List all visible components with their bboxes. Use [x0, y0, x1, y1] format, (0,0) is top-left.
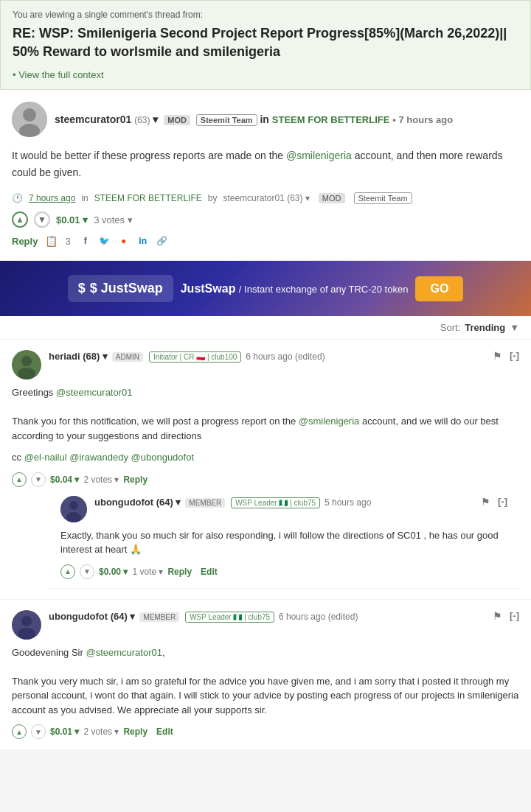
heriadi-votes: 2 votes ▾: [83, 475, 119, 485]
reddit-icon[interactable]: ●: [117, 234, 131, 248]
facebook-icon[interactable]: f: [78, 234, 93, 248]
meta-mod-badge: MOD: [319, 193, 345, 203]
svg-point-7: [69, 501, 78, 510]
community-link[interactable]: STEEM FOR BETTERLIFE: [272, 114, 390, 125]
nested-vote-row-1: ▲ ▼ $0.00 ▾ 1 vote ▾ Reply Edit: [60, 564, 507, 579]
nested-body-1: Exactly, thank you so much sir for also …: [60, 528, 507, 557]
svg-point-5: [18, 368, 35, 379]
action-row: Reply 📋 3 f 🐦 ● in 🔗: [12, 234, 519, 248]
upvote-button[interactable]: ▲: [12, 211, 28, 228]
twitter-icon[interactable]: 🐦: [97, 234, 112, 248]
clock-icon: 🕐: [12, 193, 23, 203]
member-badge-1: MEMBER: [185, 498, 225, 508]
meta-author: steemcurator01 (63) ▾: [223, 193, 309, 203]
cc-row: cc @el-nailul @irawandedy @ubongudofot: [12, 450, 519, 465]
mention-smilenigeria-2[interactable]: @smilenigeria: [299, 416, 360, 427]
sort-bar: Sort: Trending ▼: [0, 316, 531, 340]
collapse-nested-1[interactable]: [-]: [498, 496, 507, 507]
sort-arrow-icon[interactable]: ▼: [510, 322, 519, 333]
payout: $0.01 ▾: [56, 214, 88, 225]
upvote-2[interactable]: ▲: [12, 724, 27, 739]
main-comment: steemcurator01 (63) ▾ MOD Steemit Team i…: [0, 90, 531, 261]
nested-author-name-ubongudofot-1[interactable]: ubongudofot (64) ▾: [94, 497, 181, 508]
reply-author-name-heriadi[interactable]: heriadi (68) ▾: [49, 351, 108, 362]
social-icons: f 🐦 ● in 🔗: [78, 234, 170, 248]
edit-btn-nested-1[interactable]: Edit: [201, 567, 218, 577]
mention-steemcurator01[interactable]: @steemcurator01: [56, 387, 133, 398]
reply-author-row: heriadi (68) ▾ ADMIN Initiator | CR 🇵🇱 |…: [12, 350, 519, 379]
downvote-heriadi[interactable]: ▼: [31, 472, 46, 487]
nested-reply-author-row: ubongudofot (64) ▾ MEMBER WSP Leader 🇳🇬 …: [60, 496, 507, 522]
collapse-btn-2[interactable]: [-]: [510, 610, 519, 621]
reply-avatar-ubongudofot-2: [12, 610, 41, 640]
justswap-brand: JustSwap / Instant exchange of any TRC-2…: [181, 282, 409, 295]
vote-row-2: ▲ ▼ $0.01 ▾ 2 votes ▾ Reply Edit: [12, 724, 519, 739]
sort-label: Sort:: [440, 322, 460, 333]
mention-steemcurator01-2[interactable]: @steemcurator01: [86, 647, 162, 658]
downvote-button[interactable]: ▼: [34, 211, 50, 228]
linkedin-icon[interactable]: in: [136, 234, 150, 248]
ad-banner-inner: $ $ JustSwap JustSwap / Instant exchange…: [68, 275, 464, 302]
mention-smilenigeria[interactable]: @smilenigeria: [286, 150, 352, 161]
reply-author-name-2[interactable]: ubongudofot (64) ▾: [49, 611, 135, 622]
context-banner: You are viewing a single comment's threa…: [0, 0, 531, 90]
reply-item-ubongudofot-2: ubongudofot (64) ▾ MEMBER WSP Leader 🇳🇬 …: [0, 600, 531, 751]
author-name[interactable]: steemcurator01 (63) ▾ MOD Steemit Team i…: [55, 113, 453, 125]
downvote-nested-1[interactable]: ▼: [80, 564, 94, 579]
wsp-badge-1: WSP Leader 🇳🇬 | club75: [231, 497, 320, 508]
ad-banner[interactable]: $ $ JustSwap JustSwap / Instant exchange…: [0, 261, 531, 316]
upvote-heriadi[interactable]: ▲: [12, 472, 27, 487]
collapse-button[interactable]: [-]: [510, 350, 519, 361]
reply-time-2: 6 hours ago (edited): [279, 612, 358, 622]
time-ago: • 7 hours ago: [392, 114, 453, 125]
thread-label: You are viewing a single comment's threa…: [13, 10, 518, 20]
downvote-2[interactable]: ▼: [31, 724, 46, 739]
flag-icon-nested-1[interactable]: ⚑: [481, 496, 490, 508]
reply-btn-nested-1[interactable]: Reply: [167, 567, 192, 577]
flag-icon[interactable]: ⚑: [493, 350, 502, 362]
payout-2: $0.01 ▾: [50, 727, 79, 737]
link-icon[interactable]: 🔗: [155, 234, 170, 248]
reply-avatar-heriadi: [12, 350, 41, 379]
reply-btn-2[interactable]: Reply: [123, 727, 148, 737]
justswap-logo: $ $ JustSwap: [68, 275, 173, 302]
nested-reply-ubongudofot-1: ubongudofot (64) ▾ MEMBER WSP Leader 🇳🇬 …: [49, 487, 519, 589]
author-info: steemcurator01 (63) ▾ MOD Steemit Team i…: [55, 113, 519, 126]
nested-time-1: 5 hours ago: [324, 497, 371, 508]
upvote-nested-1[interactable]: ▲: [60, 564, 75, 579]
member-badge-2: MEMBER: [139, 612, 179, 622]
reblog-icon[interactable]: 📋: [45, 235, 58, 247]
dollar-icon: $: [78, 281, 86, 296]
mod-badge: MOD: [164, 115, 190, 125]
reply-button[interactable]: Reply: [12, 236, 38, 247]
reply-body-heriadi: Greetings @steemcurator01 Thank you for …: [12, 385, 519, 443]
svg-point-8: [66, 512, 81, 522]
comment-body: It would be better if these progress rep…: [12, 147, 519, 181]
meta-team-badge: Steemit Team: [354, 192, 412, 204]
team-badge: Steemit Team: [196, 114, 257, 126]
meta-community[interactable]: STEEM FOR BETTERLIFE: [94, 193, 202, 203]
meta-row: 🕐 7 hours ago in STEEM FOR BETTERLIFE by…: [12, 192, 519, 204]
thread-title: RE: WSP: Smilenigeria Second Project Rep…: [13, 24, 518, 61]
periadi-payout: $0.04 ▾: [50, 475, 79, 485]
reply-btn-heriadi[interactable]: Reply: [123, 475, 148, 485]
vote-row-heriadi: ▲ ▼ $0.04 ▾ 2 votes ▾ Reply: [12, 472, 519, 487]
initiator-badge: Initiator | CR 🇵🇱 | club100: [149, 351, 241, 363]
author-row: steemcurator01 (63) ▾ MOD Steemit Team i…: [12, 102, 519, 137]
view-context-link[interactable]: View the full context: [13, 69, 104, 80]
reply-body-2: Goodevening Sir @steemcurator01, Thank y…: [12, 645, 519, 718]
meta-time-link[interactable]: 7 hours ago: [29, 193, 75, 203]
sort-trending[interactable]: Trending: [465, 322, 505, 333]
flag-icon-2[interactable]: ⚑: [493, 610, 502, 622]
reply-time-heriadi: 6 hours ago (edited): [246, 351, 324, 362]
svg-point-4: [21, 356, 32, 366]
mention-cc-users[interactable]: @el-nailul @irawandedy @ubongudofot: [24, 452, 194, 463]
avatar: [12, 102, 47, 137]
svg-point-11: [18, 628, 35, 640]
nested-payout-1: $0.00 ▾: [99, 567, 128, 577]
reply-section: heriadi (68) ▾ ADMIN Initiator | CR 🇵🇱 |…: [0, 340, 531, 750]
reply-author-row-2: ubongudofot (64) ▾ MEMBER WSP Leader 🇳🇬 …: [12, 610, 519, 640]
nested-votes-1: 1 vote ▾: [132, 567, 163, 577]
edit-btn-2[interactable]: Edit: [156, 727, 173, 737]
go-button[interactable]: GO: [415, 276, 463, 301]
